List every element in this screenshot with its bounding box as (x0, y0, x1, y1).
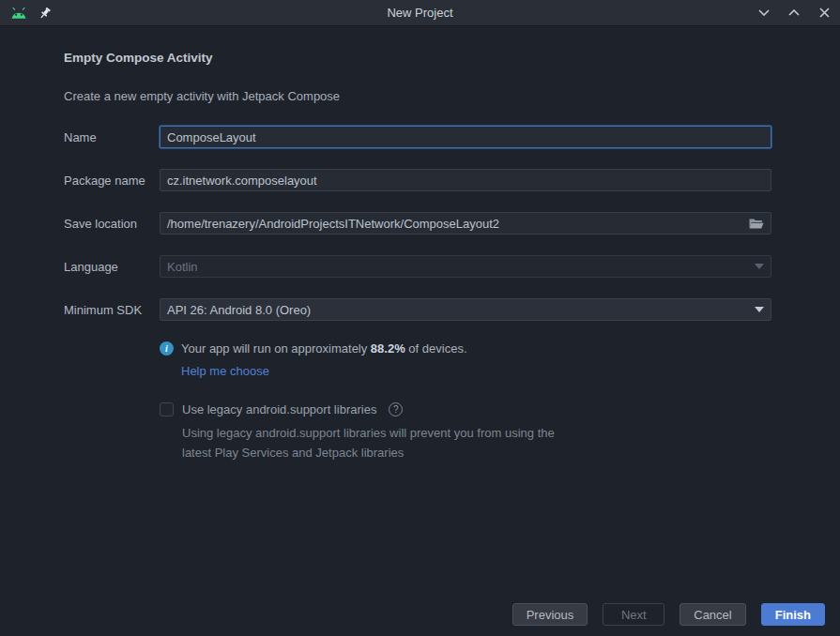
min-sdk-dropdown[interactable]: API 26: Android 8.0 (Oreo) (160, 298, 771, 321)
package-input[interactable] (167, 174, 764, 188)
pushpin-icon[interactable] (38, 6, 53, 21)
language-dropdown: Kotlin (160, 255, 771, 278)
help-me-choose-link[interactable]: Help me choose (181, 364, 269, 378)
sdk-coverage-info: i Your app will run on approximately 88.… (160, 341, 771, 356)
min-sdk-row: Minimum SDK API 26: Android 8.0 (Oreo) (64, 298, 771, 321)
dialog-footer: Previous Next Cancel Finish (512, 603, 825, 626)
legacy-libraries-checkbox[interactable] (160, 402, 174, 416)
legacy-libraries-description: Using legacy android.support libraries w… (182, 423, 771, 462)
close-icon[interactable] (817, 7, 831, 20)
folder-browse-icon[interactable] (749, 218, 764, 229)
help-circle-icon[interactable]: ? (389, 402, 403, 416)
sdk-coverage-percent: 88.2% (371, 341, 405, 356)
page-title: Empty Compose Activity (64, 51, 771, 65)
new-project-dialog: New Project Empty Compose Activity Creat… (0, 0, 840, 636)
chevron-up-icon[interactable] (787, 7, 801, 20)
save-location-row: Save location (64, 212, 771, 235)
dialog-body: Empty Compose Activity Create a new empt… (0, 51, 840, 462)
package-row: Package name (64, 169, 771, 191)
package-label: Package name (64, 174, 160, 188)
package-field-wrap (160, 169, 771, 191)
name-row: Name (64, 126, 771, 148)
finish-button[interactable]: Finish (761, 603, 825, 626)
chevron-down-icon (755, 307, 764, 312)
min-sdk-value: API 26: Android 8.0 (Oreo) (167, 303, 747, 317)
page-subtitle: Create a new empty activity with Jetpack… (64, 89, 771, 103)
save-location-label: Save location (64, 217, 160, 231)
cancel-button[interactable]: Cancel (680, 603, 745, 626)
next-button: Next (603, 603, 664, 626)
legacy-libraries-row: Use legacy android.support libraries ? (160, 402, 771, 416)
project-form: Name Package name Save location (64, 126, 771, 462)
sdk-coverage-text: Your app will run on approximately 88.2%… (181, 341, 467, 356)
name-input[interactable] (167, 130, 764, 144)
language-label: Language (64, 260, 160, 274)
language-value: Kotlin (167, 260, 747, 274)
legacy-libraries-label: Use legacy android.support libraries (182, 402, 376, 416)
name-label: Name (64, 130, 160, 144)
info-icon: i (160, 341, 174, 356)
save-location-field-wrap (160, 212, 771, 235)
language-row: Language Kotlin (64, 255, 771, 278)
chevron-down-icon (755, 264, 764, 269)
save-location-input[interactable] (167, 217, 741, 231)
min-sdk-label: Minimum SDK (64, 303, 160, 317)
name-field-wrap (160, 126, 771, 148)
android-robot-icon (9, 6, 28, 21)
previous-button[interactable]: Previous (512, 603, 588, 626)
window-title: New Project (0, 6, 840, 20)
chevron-down-icon[interactable] (757, 7, 771, 20)
titlebar: New Project (0, 0, 840, 26)
